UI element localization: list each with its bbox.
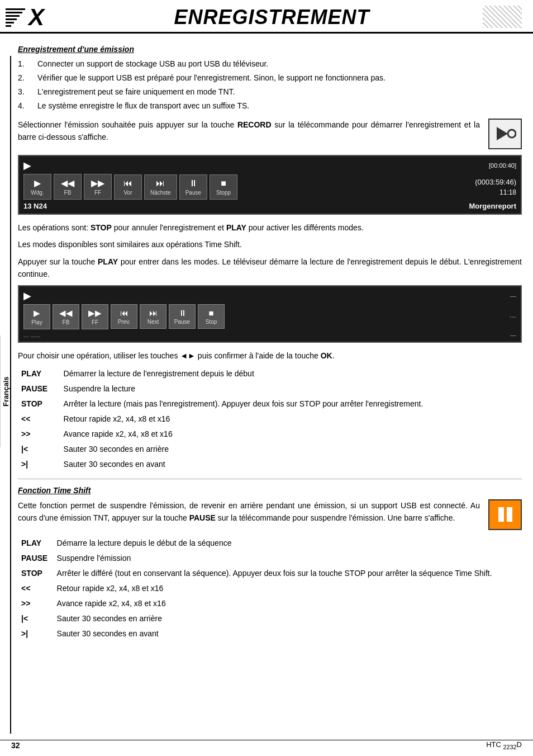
- keyword-ok: OK: [321, 351, 332, 360]
- next-icon-2: ⏭: [149, 308, 158, 318]
- time-display-3: 11:18: [499, 188, 516, 196]
- list-num-4: 4.: [18, 100, 37, 112]
- section1-list: 1. Connecter un support de stockage USB …: [18, 58, 522, 112]
- page-header: X ENREGISTREMENT: [0, 0, 533, 34]
- dots-bottom-center: ...: [35, 332, 40, 338]
- ctrl-btn-vor[interactable]: ⏮ Vor: [114, 174, 142, 200]
- logo-x: X: [28, 6, 44, 29]
- dots-bottom-left: ... ...: [23, 332, 35, 338]
- ops-key-next30: >|: [18, 457, 60, 472]
- ctrl2-btn-stop[interactable]: ■ Stop: [198, 304, 225, 329]
- keyword-play-1: PLAY: [226, 223, 246, 232]
- ops-key-rw: <<: [18, 412, 60, 427]
- ops-row-next30: >| Sauter 30 secondes en avant: [18, 457, 522, 472]
- pause-bar-right: [507, 507, 512, 522]
- ops2-row-prev30: |< Sauter 30 secondes en arrière: [18, 611, 522, 626]
- record-symbol: [494, 124, 516, 144]
- ops2-key-fw: >>: [18, 596, 54, 611]
- stop-icon-2: ■: [208, 308, 213, 318]
- channel-info: 13 N24 Morgenreport: [23, 202, 516, 210]
- prev-icon: ⏮: [123, 178, 132, 188]
- ops-desc-pause: Suspendre la lecture: [60, 381, 522, 396]
- logo-line-3: [6, 15, 20, 17]
- ops2-desc-prev30: Sauter 30 secondes en arrière: [54, 611, 522, 626]
- section2-intro-text: Cette fonction permet de suspendre l'émi…: [18, 499, 480, 525]
- ops-desc-next30: Sauter 30 secondes en avant: [60, 457, 522, 472]
- nav-hint: Pour choisir une opération, utiliser les…: [18, 349, 522, 362]
- ctrl2-btn-fb[interactable]: ◀◀ FB: [53, 304, 79, 329]
- ops-desc-prev30: Sauter 30 secondes en arrière: [60, 442, 522, 457]
- ctrl2-btn-play[interactable]: ▶ Play: [23, 304, 50, 329]
- logo: X: [6, 6, 44, 29]
- ff-icon: ▶▶: [91, 178, 104, 188]
- page-title: ENREGISTREMENT: [55, 6, 522, 29]
- logo-line-2: [6, 12, 22, 13]
- list-item: 2. Vérifier que le support USB est prépa…: [18, 72, 522, 84]
- ops2-row-play: PLAY Démarre la lecture depuis le début …: [18, 536, 522, 551]
- page-footer: 32 HTC 2232D: [0, 740, 533, 750]
- ops-key-prev30: |<: [18, 442, 60, 457]
- stop-icon: ■: [221, 178, 226, 188]
- ops-key-fw: >>: [18, 427, 60, 442]
- ops2-row-next30: >| Sauter 30 secondes en avant: [18, 626, 522, 641]
- ops2-desc-next30: Sauter 30 secondes en avant: [54, 626, 522, 641]
- ops2-row-stop: STOP Arrêter le différé (tout en conserv…: [18, 566, 522, 581]
- ops-row-play: PLAY Démarrer la lecture de l'enregistre…: [18, 366, 522, 381]
- ops2-row-pause: PAUSE Suspendre l'émission: [18, 551, 522, 566]
- intro-text: Sélectionner l'émission souhaitée puis a…: [18, 119, 480, 144]
- keyword-play-2: PLAY: [98, 257, 118, 266]
- list-text-3: L'enregistrement peut se faire uniquemen…: [37, 86, 522, 98]
- ops-desc-play: Démarrer la lecture de l'enregistrement …: [60, 366, 522, 381]
- header-pattern: [483, 6, 522, 28]
- ops-key-pause: PAUSE: [18, 381, 60, 396]
- control-bar-2: ▶ — ▶ Play ◀◀ FB ▶▶ FF ⏮ Prev. ⏭ Next: [18, 285, 522, 343]
- list-text-1: Connecter un support de stockage USB au …: [37, 58, 522, 70]
- ops-table-2: PLAY Démarre la lecture depuis le début …: [18, 536, 522, 641]
- keyword-stop-1: STOP: [91, 223, 112, 232]
- section2-heading: Fonction Time Shift: [18, 486, 522, 495]
- ctrl-btn-wdg[interactable]: ▶ Wdg.: [23, 174, 51, 200]
- logo-line-6: [6, 25, 11, 27]
- ctrl-btn-pause1[interactable]: ⏸ Pause: [179, 174, 207, 200]
- rewind-icon: ◀◀: [61, 178, 74, 188]
- dash-top: —: [510, 292, 516, 299]
- time-info-right: (0003:59:46) 11:18: [475, 178, 516, 196]
- ops-para-1: Les opérations sont: STOP pour annuler l…: [18, 221, 522, 234]
- ctrl2-btn-pause[interactable]: ⏸ Pause: [169, 304, 196, 329]
- ops2-key-play: PLAY: [18, 536, 54, 551]
- model-name: HTC 2232D: [486, 740, 522, 750]
- ctrl1-top: ▶ [00:00:40]: [23, 159, 516, 172]
- ctrl2-btn-ff[interactable]: ▶▶ FF: [82, 304, 108, 329]
- logo-line-5: [6, 22, 14, 23]
- ctrl2-btn-prev[interactable]: ⏮ Prev.: [111, 304, 137, 329]
- ops2-desc-stop: Arrêter le différé (tout en conservant l…: [54, 566, 522, 581]
- ctrl-btn-fb[interactable]: ◀◀ FB: [54, 174, 82, 200]
- ops-table-1: PLAY Démarrer la lecture de l'enregistre…: [18, 366, 522, 472]
- ops-row-rw: << Retour rapide x2, x4, x8 et x16: [18, 412, 522, 427]
- ctrl-btn-stopp[interactable]: ■ Stopp: [210, 174, 237, 200]
- pause-icon-box: [488, 499, 522, 530]
- pause-bars: [498, 507, 512, 522]
- list-item: 1. Connecter un support de stockage USB …: [18, 58, 522, 70]
- ops2-desc-fw: Avance rapide x2, x4, x8 et x16: [54, 596, 522, 611]
- dots-right: ···: [510, 312, 516, 321]
- svg-point-1: [508, 130, 516, 138]
- svg-marker-0: [497, 127, 508, 140]
- ops-desc-stop: Arrêter la lecture (mais pas l'enregistr…: [60, 396, 522, 412]
- ctrl2-btn-next[interactable]: ⏭ Next: [140, 304, 166, 329]
- logo-line-1: [6, 8, 25, 10]
- play-icon: ▶: [34, 178, 41, 188]
- program-name: Morgenreport: [469, 202, 517, 210]
- ops2-key-rw: <<: [18, 581, 54, 596]
- page-number: 32: [11, 741, 20, 750]
- ctrl-btn-nachste[interactable]: ⏭ Nächste: [144, 174, 177, 200]
- ops2-desc-rw: Retour rapide x2, x4, x8 et x16: [54, 581, 522, 596]
- ops2-key-stop: STOP: [18, 566, 54, 581]
- logo-line-4: [6, 18, 17, 20]
- ff-icon-2: ▶▶: [88, 308, 102, 318]
- ctrl2-bottom: ... ... ... —: [23, 332, 516, 338]
- list-num-3: 3.: [18, 86, 37, 98]
- ctrl-btn-ff[interactable]: ▶▶ FF: [84, 174, 112, 200]
- ops-desc-rw: Retour rapide x2, x4, x8 et x16: [60, 412, 522, 427]
- pause-icon: ⏸: [189, 178, 198, 188]
